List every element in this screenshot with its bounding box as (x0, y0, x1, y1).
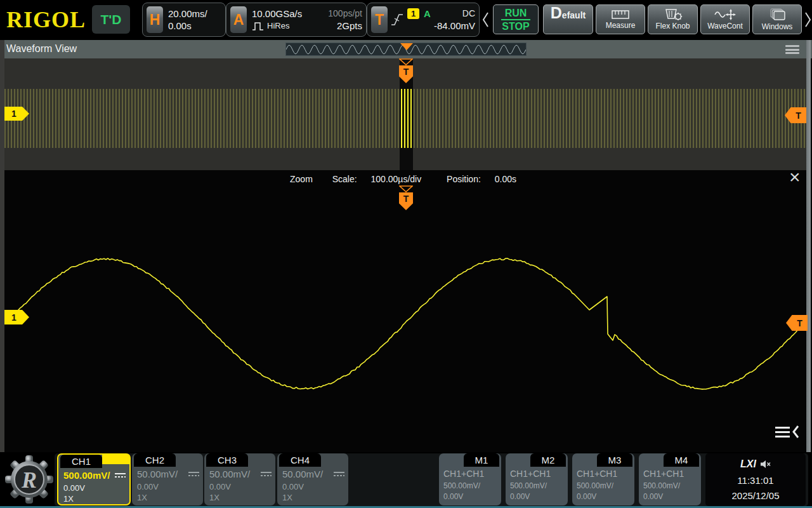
dc-coupling-icon (115, 473, 126, 478)
trigger-key-icon[interactable]: T (371, 6, 388, 33)
trigger-position-marker-zoom[interactable]: T (399, 185, 413, 210)
run-stop-divider (501, 19, 530, 20)
default-label-initial: D (551, 5, 562, 20)
math4-expression: CH1+CH1 (643, 469, 684, 479)
trigger-marker-arrow-icon (399, 58, 413, 65)
measure-button[interactable]: Measure (596, 4, 645, 34)
trigger-marker-label: T (399, 192, 413, 210)
math1-scale: 500.00mV/ (443, 481, 480, 490)
window-title: Waveform View (6, 43, 77, 55)
zoom-position: Position: 0.00s (441, 174, 522, 184)
channel2-tab[interactable]: CH2 (134, 453, 176, 467)
trigger-source-badge: 1 (407, 8, 419, 19)
horizontal-scale: 20.00ms/ (168, 8, 207, 20)
stop-label: STOP (502, 21, 529, 32)
trigger-status-badge: T'D (92, 5, 130, 34)
channel4-probe: 1X (282, 493, 292, 502)
chevron-right-icon[interactable] (804, 11, 812, 28)
math-card-m4[interactable]: M4 CH1+CH1 500.00mV/ 0.00V (639, 453, 701, 505)
dc-coupling-icon (261, 472, 272, 476)
horizontal-key-icon[interactable]: H (147, 6, 163, 33)
collapse-menu-icon[interactable] (775, 423, 802, 441)
math3-tab[interactable]: M3 (597, 453, 632, 467)
channel1-offset: 0.00V (63, 483, 85, 493)
date-display: 2025/12/05 (705, 490, 806, 501)
zoom-waveform-area[interactable] (4, 170, 806, 452)
math1-tab[interactable]: M1 (464, 453, 499, 467)
acquisition-key-icon[interactable]: A (230, 6, 247, 33)
acquisition-mode: HiRes (267, 20, 289, 32)
clock-panel[interactable]: LXI 11:31:01 2025/12/05 (705, 453, 806, 506)
menu-lines-icon (775, 427, 790, 438)
trigger-sweep: A (424, 8, 431, 20)
math-card-m3[interactable]: M3 CH1+CH1 500.00mV/ 0.00V (572, 453, 634, 505)
math-card-m1[interactable]: M1 CH1+CH1 500.00mV/ 0.00V (439, 453, 501, 505)
sample-rate: 10.00GSa/s (252, 8, 302, 20)
channel2-offset: 0.00V (137, 482, 159, 491)
trigger-level: -84.00mV (434, 20, 475, 32)
record-overview-strip[interactable] (285, 43, 527, 56)
trigger-settings-group[interactable]: T 1 A DC -84.00mV (367, 3, 480, 37)
channel3-tab[interactable]: CH3 (206, 453, 248, 467)
windows-button[interactable]: Windows (752, 4, 802, 34)
zoom-position-value: 0.00s (495, 174, 516, 184)
channel1-scale: 500.00mV/ (63, 470, 110, 481)
menu-icon[interactable] (785, 45, 799, 54)
knob-icon (664, 9, 683, 20)
close-zoom-icon[interactable]: × (789, 168, 801, 187)
top-status-bar: RIGOL T'D H 20.00ms/ 0.00s A 10.00GSa/s … (0, 0, 812, 39)
rigol-gear-logo[interactable]: R (5, 454, 53, 505)
math2-scale: 500.00mV/ (510, 481, 547, 490)
channel3-probe: 1X (209, 493, 219, 502)
run-stop-button[interactable]: RUN STOP (493, 4, 539, 34)
trigger-position-marker-main[interactable]: T (399, 58, 413, 83)
wavecont-button[interactable]: WaveCont (700, 4, 750, 34)
oscilloscope-screen: RIGOL T'D H 20.00ms/ 0.00s A 10.00GSa/s … (0, 0, 812, 508)
dc-coupling-icon (188, 472, 199, 476)
zoom-scale-value: 100.00µs/div (371, 174, 422, 184)
bottom-status-bar: R CH1 500.00mV/ 0.00V 1X CH2 50.00mV/ 0.… (0, 452, 812, 508)
channel-card-ch3[interactable]: CH3 50.00mV/ 0.00V 1X (204, 453, 275, 505)
channel-card-ch2[interactable]: CH2 50.00mV/ 0.00V 1X (132, 453, 203, 505)
channel-card-ch1[interactable]: CH1 500.00mV/ 0.00V 1X (57, 453, 131, 505)
channel-card-ch4[interactable]: CH4 50.00mV/ 0.00V 1X (277, 453, 348, 505)
math-card-m2[interactable]: M2 CH1+CH1 500.00mV/ 0.00V (506, 453, 568, 505)
channel1-probe: 1X (63, 494, 74, 504)
acquisition-settings-group[interactable]: A 10.00GSa/s 100ps/pt HiRes 2Gpts (226, 3, 367, 37)
zoom-waveform-trace (0, 170, 802, 452)
rigol-logo: RIGOL (6, 6, 86, 33)
math1-expression: CH1+CH1 (443, 469, 484, 479)
math3-scale: 500.00mV/ (577, 481, 613, 490)
zoom-info-bar: Zoom Scale: 100.00µs/div Position: 0.00s (0, 174, 812, 184)
channel1-tab[interactable]: CH1 (60, 455, 102, 468)
zoom-scale-label: Scale: (332, 174, 357, 184)
svg-text:R: R (21, 467, 37, 493)
channel4-tab[interactable]: CH4 (279, 453, 321, 467)
math2-expression: CH1+CH1 (510, 469, 551, 479)
measure-label: Measure (606, 21, 636, 30)
trigger-marker-arrow-icon (399, 185, 413, 192)
horizontal-settings-group[interactable]: H 20.00ms/ 0.00s (142, 3, 226, 37)
windows-label: Windows (762, 22, 793, 31)
math2-offset: 0.00V (510, 492, 530, 501)
right-scrollbar[interactable] (806, 40, 811, 452)
trigger-marker-label: T (399, 65, 413, 83)
math4-offset: 0.00V (643, 492, 663, 501)
default-button[interactable]: Default (543, 4, 593, 34)
math4-tab[interactable]: M4 (664, 453, 699, 467)
chevron-left-icon[interactable] (481, 11, 489, 28)
zoom-label: Zoom (290, 174, 313, 184)
time-resolution: 100ps/pt (328, 8, 362, 20)
waveform-view-titlebar: Waveform View (0, 40, 812, 58)
flex-knob-button[interactable]: Flex Knob (648, 4, 698, 34)
wave-move-icon (714, 9, 736, 20)
trigger-coupling: DC (462, 8, 475, 20)
stacked-windows-icon (769, 8, 785, 21)
horizontal-position: 0.00s (168, 20, 192, 32)
chevron-left-icon (792, 425, 799, 439)
memory-depth: 2Gpts (337, 20, 362, 32)
math2-tab[interactable]: M2 (530, 453, 566, 467)
channel3-offset: 0.00V (209, 482, 231, 491)
overview-trigger-position-icon (400, 43, 413, 50)
channel1-active-strip (102, 455, 129, 464)
